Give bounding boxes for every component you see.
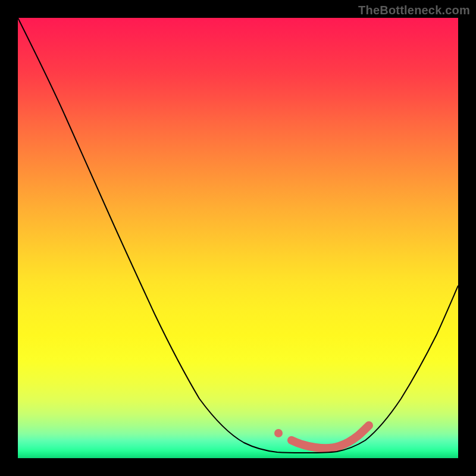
attribution-text: TheBottleneck.com xyxy=(358,4,470,17)
chart-frame: TheBottleneck.com xyxy=(0,0,476,476)
chart-svg xyxy=(18,18,458,458)
highlight-start-dot xyxy=(274,429,283,437)
highlight-group xyxy=(274,425,369,448)
bottleneck-curve xyxy=(18,18,458,453)
plot-area xyxy=(18,18,458,458)
